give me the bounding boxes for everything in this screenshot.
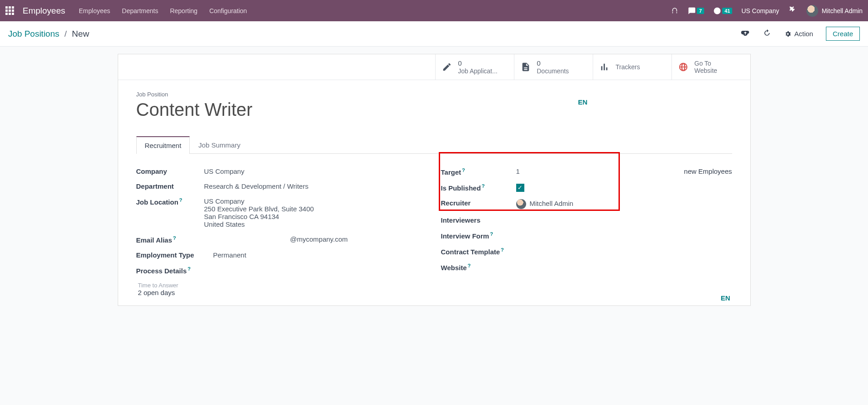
stat-website-line2: Website xyxy=(695,67,717,74)
help-icon[interactable]: ? xyxy=(490,231,493,237)
email-alias-label: Email Alias? xyxy=(136,235,204,244)
app-brand: Employees xyxy=(23,6,65,16)
email-alias-suffix[interactable]: @mycompany.com xyxy=(204,235,348,243)
recruiter-label: Recruiter xyxy=(441,199,509,207)
department-label: Department xyxy=(136,182,204,190)
title-label: Job Position xyxy=(136,91,732,98)
debug-icon[interactable] xyxy=(788,6,797,15)
nav-item-configuration[interactable]: Configuration xyxy=(209,7,247,14)
contract-template-label: Contract Template? xyxy=(441,247,523,256)
company-label: Company xyxy=(136,167,204,175)
time-to-answer-label: Time to Answer xyxy=(136,282,427,289)
create-button[interactable]: Create xyxy=(826,27,860,41)
form-left-column: Company US Company Department Research &… xyxy=(136,164,427,296)
website-label: Website? xyxy=(441,263,509,272)
messages-icon[interactable]: 7 xyxy=(688,7,704,15)
globe-icon xyxy=(678,62,688,72)
form-grid: Company US Company Department Research &… xyxy=(136,154,732,296)
breadcrumb-sep: / xyxy=(62,29,69,38)
support-icon[interactable] xyxy=(671,7,679,15)
help-icon[interactable]: ? xyxy=(173,235,176,241)
time-to-answer-value[interactable]: 2 open days xyxy=(136,289,427,296)
title-input[interactable] xyxy=(136,100,535,120)
stat-applications-label: Job Applicat... xyxy=(458,67,498,75)
control-bar: Job Positions / New Action Create xyxy=(0,21,868,47)
interviewers-label: Interviewers xyxy=(441,216,509,224)
job-location-value[interactable]: US Company 250 Executive Park Blvd, Suit… xyxy=(204,197,314,228)
action-menu[interactable]: Action xyxy=(784,30,813,38)
help-icon[interactable]: ? xyxy=(501,247,504,253)
lang-badge-bottom[interactable]: EN xyxy=(721,294,730,302)
is-published-label: Is Published? xyxy=(441,183,509,192)
stat-documents[interactable]: 0 Documents xyxy=(514,54,593,80)
department-value[interactable]: Research & Development / Writers xyxy=(204,182,309,190)
target-suffix: new Employees xyxy=(684,167,732,175)
nav-item-departments[interactable]: Departments xyxy=(122,7,158,14)
lang-badge-top[interactable]: EN xyxy=(578,98,588,106)
user-name: Mitchell Admin xyxy=(822,7,863,14)
is-published-checkbox[interactable]: ✓ xyxy=(516,184,524,192)
stat-buttons: 0 Job Applicat... 0 Documents Trackers xyxy=(118,54,750,80)
company-selector[interactable]: US Company xyxy=(741,7,779,14)
sheet-body: Job Position EN Recruitment Job Summary … xyxy=(118,80,750,305)
employment-type-label: Employment Type xyxy=(136,251,213,259)
target-label: Target? xyxy=(441,167,509,176)
pencil-icon xyxy=(442,62,452,72)
tab-recruitment[interactable]: Recruitment xyxy=(136,136,190,154)
breadcrumb-current: New xyxy=(72,29,89,38)
stat-job-applications[interactable]: 0 Job Applicat... xyxy=(435,54,514,80)
stat-trackers-label: Trackers xyxy=(616,63,640,71)
messages-badge: 7 xyxy=(697,8,704,14)
form-scroll-area[interactable]: 0 Job Applicat... 0 Documents Trackers xyxy=(0,47,868,405)
target-value[interactable]: 1 xyxy=(509,167,520,175)
nav-item-employees[interactable]: Employees xyxy=(79,7,110,14)
interview-form-label: Interview Form? xyxy=(441,231,509,240)
tab-job-summary[interactable]: Job Summary xyxy=(190,136,249,154)
form-tabs: Recruitment Job Summary xyxy=(136,136,732,154)
stat-trackers[interactable]: Trackers xyxy=(593,54,671,80)
cloud-upload-icon[interactable] xyxy=(741,29,750,39)
activities-badge: 41 xyxy=(722,8,732,14)
discard-icon[interactable] xyxy=(762,29,772,39)
employment-type-value[interactable]: Permanent xyxy=(213,251,246,259)
avatar xyxy=(516,199,526,209)
document-icon xyxy=(521,62,531,72)
activities-icon[interactable]: 41 xyxy=(713,7,732,15)
form-sheet: 0 Job Applicat... 0 Documents Trackers xyxy=(118,54,751,306)
job-location-label: Job Location? xyxy=(136,197,204,206)
user-menu[interactable]: Mitchell Admin xyxy=(806,5,863,17)
company-value[interactable]: US Company xyxy=(204,167,245,175)
form-right-column: Target? 1 new Employees Is Published? ✓ xyxy=(441,164,732,296)
stat-documents-count: 0 xyxy=(537,59,569,67)
stat-website-line1: Go To xyxy=(695,60,717,67)
action-label: Action xyxy=(794,30,813,38)
nav-item-reporting[interactable]: Reporting xyxy=(170,7,197,14)
bar-chart-icon xyxy=(599,62,609,72)
stat-applications-count: 0 xyxy=(458,59,498,67)
nav-menu: Employees Departments Reporting Configur… xyxy=(79,7,247,14)
stat-documents-label: Documents xyxy=(537,67,569,75)
avatar xyxy=(806,5,818,17)
breadcrumb-parent[interactable]: Job Positions xyxy=(8,29,59,38)
breadcrumb: Job Positions / New xyxy=(8,29,89,39)
top-nav: Employees Employees Departments Reportin… xyxy=(0,0,868,21)
help-icon[interactable]: ? xyxy=(468,263,471,268)
apps-icon[interactable] xyxy=(5,6,14,15)
help-icon[interactable]: ? xyxy=(179,197,182,203)
help-icon[interactable]: ? xyxy=(187,266,191,272)
process-details-label: Process Details? xyxy=(136,266,204,275)
help-icon[interactable]: ? xyxy=(482,183,485,189)
stat-goto-website[interactable]: Go To Website xyxy=(671,54,750,80)
help-icon[interactable]: ? xyxy=(462,167,465,173)
recruiter-value[interactable]: Mitchell Admin xyxy=(509,199,574,209)
